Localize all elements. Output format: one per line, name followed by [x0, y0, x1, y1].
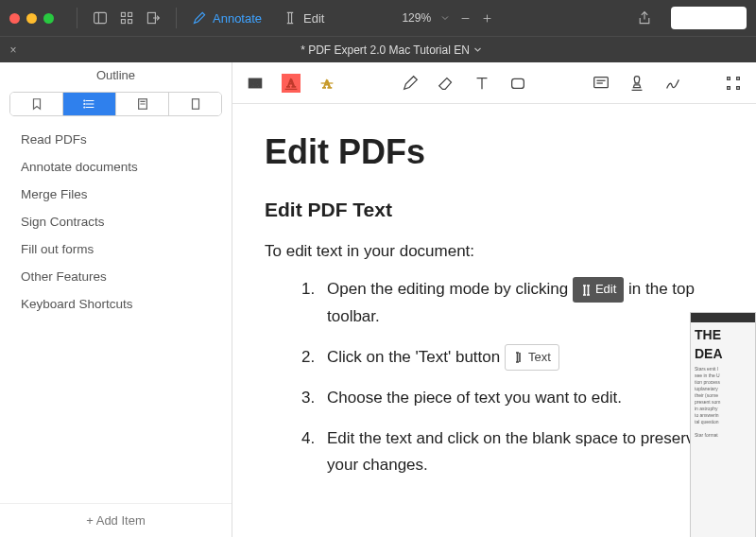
sidebar-icon — [93, 10, 108, 26]
tab-title-label: * PDF Expert 2.0 Mac Tutorial EN — [301, 43, 470, 57]
page-heading-2: Edit PDF Text — [265, 199, 724, 221]
plus-icon[interactable] — [481, 12, 493, 25]
edit-mode-button[interactable]: Edit — [283, 10, 324, 26]
eraser-tool-icon[interactable] — [437, 74, 455, 93]
svg-rect-24 — [512, 78, 524, 88]
svg-rect-28 — [728, 77, 730, 79]
document-tab[interactable]: * PDF Expert 2.0 Mac Tutorial EN — [26, 43, 756, 57]
text-cursor-icon — [283, 10, 298, 26]
exit-icon — [146, 10, 161, 26]
pen-tool-icon[interactable] — [401, 74, 420, 93]
chevron-down-icon[interactable] — [440, 13, 450, 23]
svg-text:A: A — [286, 76, 296, 89]
signature-tool-icon[interactable] — [663, 74, 682, 93]
tab-close-button[interactable]: × — [0, 43, 26, 57]
svg-point-15 — [83, 107, 84, 108]
underline-tool-icon[interactable]: A — [282, 74, 301, 93]
highlight-tool-icon[interactable]: A — [246, 74, 265, 93]
document-page[interactable]: Edit PDFs Edit PDF Text To edit text in … — [232, 104, 756, 537]
annotate-mode-button[interactable]: Annotate — [192, 10, 262, 26]
search-input[interactable] — [671, 7, 747, 29]
annotation-icon — [136, 97, 149, 111]
note-tool-icon[interactable] — [592, 74, 610, 93]
annotation-toolbar: A A A — [232, 62, 756, 104]
svg-text:A: A — [251, 78, 259, 88]
zoom-controls: 129% — [402, 11, 493, 25]
thumbnails-tab[interactable] — [168, 93, 221, 115]
text-cursor-icon — [513, 352, 524, 363]
sidebar-title: Outline — [0, 62, 232, 88]
window-controls — [9, 13, 54, 24]
tab-bar: × * PDF Expert 2.0 Mac Tutorial EN — [0, 36, 756, 62]
svg-rect-3 — [129, 12, 132, 16]
svg-point-13 — [83, 100, 84, 101]
outline-item[interactable]: Annotate documents — [0, 153, 232, 181]
outline-item[interactable]: Read PDFs — [0, 126, 232, 153]
annotate-label: Annotate — [213, 11, 262, 26]
svg-rect-17 — [192, 99, 198, 110]
steps-list: Open the editing mode by clicking Edit i… — [265, 276, 724, 479]
chevron-down-icon — [473, 45, 482, 54]
shape-tool-icon[interactable] — [508, 74, 527, 93]
intro-paragraph: To edit text in your document: — [265, 242, 724, 261]
outline-sidebar: Outline Read PDFs Annotate documents Mer… — [0, 62, 232, 537]
svg-rect-30 — [728, 86, 730, 89]
outline-tab[interactable] — [62, 93, 115, 115]
outline-icon — [83, 97, 96, 111]
bookmark-icon — [30, 97, 43, 111]
svg-rect-29 — [737, 77, 740, 79]
top-toolbar: Annotate Edit 129% — [0, 0, 756, 36]
share-button[interactable] — [637, 10, 652, 26]
svg-rect-2 — [121, 12, 125, 16]
edit-chip: Edit — [573, 277, 624, 302]
grid-view-button[interactable] — [119, 10, 134, 26]
outline-item[interactable]: Sign Contracts — [0, 208, 232, 235]
svg-rect-4 — [121, 20, 125, 24]
share-icon — [637, 10, 652, 26]
svg-rect-31 — [737, 86, 740, 89]
svg-point-14 — [83, 104, 84, 105]
text-cursor-icon — [580, 285, 592, 296]
step-item: Open the editing mode by clicking Edit i… — [319, 276, 724, 331]
sidebar-toggle-button[interactable] — [93, 10, 108, 26]
step-item: Click on the 'Text' button Text — [319, 344, 724, 372]
page-preview-thumbnail[interactable]: THE DEA Stars emit l see in the U tion p… — [690, 312, 756, 537]
outline-item[interactable]: Keyboard Shortcuts — [0, 290, 232, 318]
select-tool-icon[interactable] — [724, 74, 743, 93]
back-button[interactable] — [146, 10, 161, 26]
add-outline-item-button[interactable]: + Add Item — [0, 503, 232, 537]
minus-icon[interactable] — [459, 12, 472, 25]
outline-item[interactable]: Other Features — [0, 263, 232, 290]
close-window-icon[interactable] — [9, 13, 20, 24]
bookmarks-tab[interactable] — [10, 93, 62, 115]
zoom-level: 129% — [402, 11, 431, 25]
svg-rect-25 — [594, 77, 609, 87]
text-tool-icon[interactable] — [472, 74, 491, 93]
page-heading-1: Edit PDFs — [265, 132, 724, 172]
step-item: Edit the text and click on the blank spa… — [319, 425, 724, 480]
page-icon — [189, 97, 202, 111]
pencil-icon — [192, 10, 207, 26]
fullscreen-window-icon[interactable] — [43, 13, 54, 24]
svg-rect-5 — [129, 20, 132, 24]
outline-item[interactable]: Fill out forms — [0, 235, 232, 263]
document-main: A A A Edit PDFs Edi — [232, 62, 756, 537]
sidebar-mode-segment — [9, 92, 222, 116]
svg-rect-0 — [94, 12, 107, 23]
outline-list: Read PDFs Annotate documents Merge Files… — [0, 126, 232, 503]
minimize-window-icon[interactable] — [26, 13, 37, 24]
text-chip: Text — [505, 344, 559, 371]
annotations-tab[interactable] — [115, 93, 168, 115]
step-item: Choose the piece of text you want to edi… — [319, 385, 724, 412]
outline-item[interactable]: Merge Files — [0, 181, 232, 208]
grid-icon — [119, 10, 134, 26]
stamp-tool-icon[interactable] — [627, 74, 646, 93]
strikethrough-tool-icon[interactable]: A — [318, 74, 336, 93]
edit-label: Edit — [303, 11, 324, 26]
